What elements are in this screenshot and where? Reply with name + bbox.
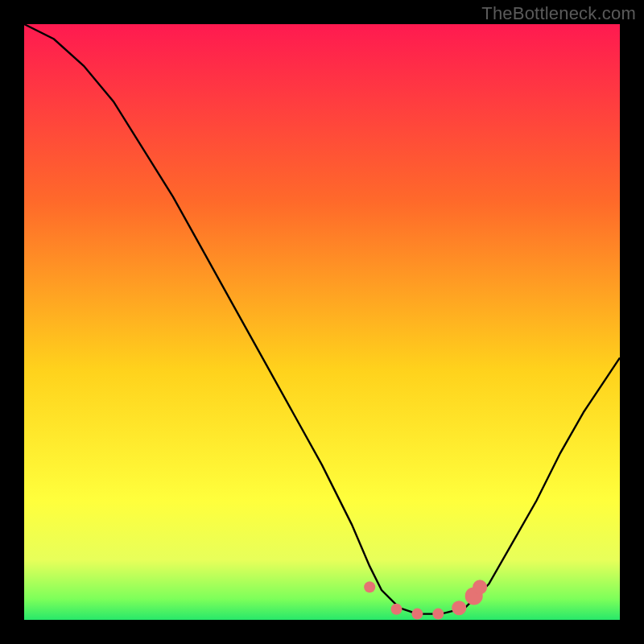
chart-container: TheBottleneck.com (0, 0, 644, 644)
highlight-point (391, 604, 402, 615)
highlight-point (364, 581, 375, 592)
watermark-text: TheBottleneck.com (481, 3, 636, 24)
highlight-point (473, 580, 487, 594)
highlight-point (452, 601, 466, 615)
highlight-point (432, 609, 444, 620)
chart-svg (24, 24, 620, 620)
plot-area (24, 24, 620, 620)
chart-background-gradient (24, 24, 620, 620)
highlight-point (411, 609, 423, 620)
